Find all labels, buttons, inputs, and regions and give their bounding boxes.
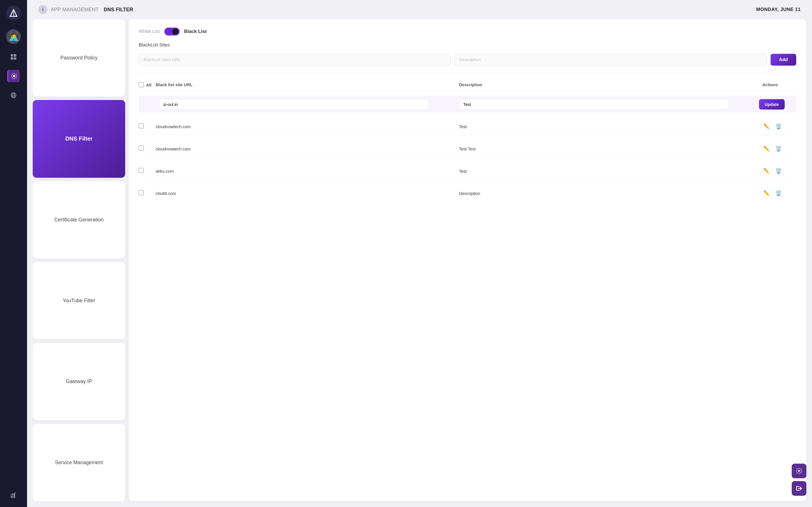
table-row: akku.com Test ✏️ 🗑️	[139, 163, 796, 179]
content-area: Password Policy DNS Filter Certificate G…	[27, 19, 812, 507]
svg-rect-2	[11, 54, 13, 57]
edit-url-input[interactable]	[159, 99, 429, 110]
page-title: DNS FILTER	[104, 7, 133, 13]
sidebar-icon-chart[interactable]	[7, 489, 20, 501]
svg-rect-12	[11, 496, 12, 498]
row-desc-3: Test	[459, 169, 762, 173]
row-actions-1: ✏️ 🗑️	[762, 122, 796, 131]
row-url-1: cloudnowtech.com	[156, 124, 459, 129]
row-url-4: chuttti.com	[156, 191, 459, 196]
row-checkbox-4[interactable]	[139, 190, 144, 195]
svg-rect-3	[14, 54, 16, 57]
table-row: cloudnowtech.com Test ✏️ 🗑️	[139, 118, 796, 135]
avatar[interactable]: 🧑‍💻	[6, 29, 21, 44]
blacklist-section: BlackList Sites	[139, 41, 796, 48]
svg-point-6	[13, 75, 15, 77]
row-desc-4: Description	[459, 191, 762, 196]
left-nav: Password Policy DNS Filter Certificate G…	[33, 19, 129, 501]
edit-icon-4[interactable]: ✏️	[762, 189, 771, 198]
row-checkbox-1[interactable]	[139, 123, 144, 128]
divider	[139, 72, 796, 73]
nav-item-gateway-ip[interactable]: Gateway IP	[33, 343, 125, 420]
black-list-label: Black List	[184, 29, 207, 34]
row-url-2: cloudnowtech.com	[156, 147, 459, 151]
nav-item-certificate-generation[interactable]: Certificate Generation	[33, 181, 125, 259]
nav-item-youtube-filter[interactable]: YouTube Filter	[33, 262, 125, 339]
right-panel: White List Black List BlackList Sites Ad…	[129, 19, 806, 501]
sidebar: 🧑‍💻	[0, 0, 27, 507]
table-row: cloudnowtech.com Test Test ✏️ 🗑️	[139, 140, 796, 157]
edit-desc-input[interactable]	[459, 99, 729, 110]
row-actions-4: ✏️ 🗑️	[762, 189, 796, 198]
blacklist-desc-input[interactable]	[455, 54, 766, 66]
floating-gear-button[interactable]	[792, 464, 806, 478]
toggle-row: White List Black List	[139, 27, 796, 36]
header: i APP MANAGEMENT DNS FILTER MONDAY, JUNE…	[27, 0, 812, 19]
svg-rect-5	[14, 57, 16, 60]
select-all-checkbox[interactable]	[139, 82, 144, 87]
delete-icon-2[interactable]: 🗑️	[774, 145, 783, 153]
app-logo	[6, 6, 21, 20]
floating-exit-button[interactable]	[792, 481, 806, 496]
breadcrumb-app-management: APP MANAGEMENT	[51, 7, 99, 13]
info-icon: i	[38, 5, 47, 14]
blacklist-section-title: BlackList Sites	[139, 42, 796, 48]
row-actions-2: ✏️ 🗑️	[762, 145, 796, 153]
header-left: i APP MANAGEMENT DNS FILTER	[38, 5, 133, 14]
col-description: Description	[459, 82, 762, 87]
update-button[interactable]: Update	[759, 99, 784, 110]
row-checkbox-2[interactable]	[139, 146, 144, 151]
row-desc-2: Test Test	[459, 147, 762, 151]
svg-rect-13	[12, 494, 13, 498]
table-row: chuttti.com Description ✏️ 🗑️	[139, 185, 796, 202]
white-list-label: White List	[139, 29, 160, 34]
row-checkbox-3[interactable]	[139, 168, 144, 173]
nav-item-service-management[interactable]: Service Management	[33, 424, 125, 501]
svg-rect-4	[11, 57, 13, 60]
row-actions-3: ✏️ 🗑️	[762, 167, 796, 175]
sidebar-icon-gear[interactable]	[7, 70, 20, 82]
add-button[interactable]: Add	[770, 54, 796, 66]
row-url-3: akku.com	[156, 169, 459, 173]
col-actions: Actions	[762, 82, 796, 87]
blacklist-input-row: Add	[139, 54, 796, 66]
edit-icon-1[interactable]: ✏️	[762, 122, 771, 131]
col-url: Black list site URL	[156, 82, 459, 87]
edit-icon-3[interactable]: ✏️	[762, 167, 771, 175]
edit-icon-2[interactable]: ✏️	[762, 145, 771, 153]
floating-buttons	[792, 464, 806, 496]
edit-row: Update	[139, 96, 796, 113]
table-header: All Black list site URL Description Acti…	[139, 79, 796, 91]
delete-icon-1[interactable]: 🗑️	[774, 122, 783, 131]
delete-icon-4[interactable]: 🗑️	[774, 189, 783, 198]
row-desc-1: Test	[459, 124, 762, 129]
nav-item-password-policy[interactable]: Password Policy	[33, 19, 125, 97]
blacklist-url-input[interactable]	[139, 54, 451, 66]
nav-item-dns-filter[interactable]: DNS Filter	[33, 100, 125, 177]
header-date: MONDAY, JUNE 11	[756, 7, 801, 12]
svg-point-15	[798, 470, 800, 472]
sidebar-icon-grid[interactable]	[7, 51, 20, 63]
col-all: All	[139, 82, 156, 87]
sidebar-icon-globe[interactable]	[7, 89, 20, 101]
toggle-switch[interactable]	[164, 27, 180, 36]
delete-icon-3[interactable]: 🗑️	[774, 167, 783, 175]
main-content: i APP MANAGEMENT DNS FILTER MONDAY, JUNE…	[27, 0, 812, 507]
